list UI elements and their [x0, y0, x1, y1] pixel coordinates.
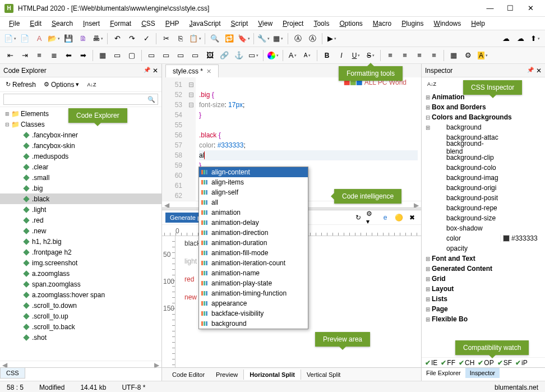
- menu-macro[interactable]: Macro: [368, 18, 396, 29]
- cell-icon[interactable]: ▢: [125, 49, 138, 62]
- inspector-property[interactable]: color#333333: [423, 233, 544, 243]
- tree-item[interactable]: .black: [0, 193, 161, 204]
- inspector-category[interactable]: ⊞Font and Text: [423, 253, 544, 264]
- autocomplete-item[interactable]: backface-visibility: [199, 308, 308, 319]
- hscroll-left-icon[interactable]: ◀: [164, 201, 169, 207]
- tree-item[interactable]: .scroll_to.down: [0, 300, 161, 311]
- span-icon[interactable]: ▭: [159, 49, 173, 62]
- autocomplete-item[interactable]: background: [199, 319, 308, 329]
- inspector-pin-icon[interactable]: 📌: [527, 67, 534, 75]
- tree-item[interactable]: .new: [0, 225, 161, 236]
- outdent-icon[interactable]: ⬅: [62, 49, 75, 62]
- autocomplete-item[interactable]: align-self: [199, 187, 308, 197]
- upload-icon[interactable]: ⬆: [528, 32, 542, 45]
- class-tree[interactable]: ⊞📁Elements⊟📁Classes.fancybox-inner.fancy…: [0, 107, 161, 361]
- menu-tools[interactable]: Tools: [309, 18, 334, 29]
- form-icon[interactable]: ▭: [174, 49, 187, 62]
- autocomplete-item[interactable]: appearance: [199, 298, 308, 308]
- inspector-property[interactable]: background-colo: [423, 163, 544, 173]
- run-icon[interactable]: ▶: [325, 32, 339, 45]
- div-icon[interactable]: ▭: [145, 49, 158, 62]
- copy-icon[interactable]: ⎘: [174, 32, 187, 45]
- inspector-property[interactable]: opacity: [423, 243, 544, 253]
- pv-chrome-icon[interactable]: 🟡: [393, 212, 404, 223]
- tree-item[interactable]: .red: [0, 215, 161, 225]
- indent-icon[interactable]: ➡: [76, 49, 90, 62]
- menu-javascript[interactable]: JavaScript: [185, 18, 225, 29]
- inspector-property[interactable]: ⊞background: [423, 122, 544, 132]
- tree-item[interactable]: .fancybox-inner: [0, 130, 161, 140]
- right-tab-inspector[interactable]: Inspector: [465, 368, 500, 378]
- scroll-right-icon[interactable]: ▶: [154, 361, 159, 367]
- inspector-category[interactable]: ⊞Layout: [423, 284, 544, 294]
- row-icon[interactable]: ▭: [110, 49, 124, 62]
- indent-left-icon[interactable]: ⇤: [3, 49, 17, 62]
- tree-item[interactable]: h1, h2.big: [0, 236, 161, 247]
- list-ul-icon[interactable]: ≡: [33, 49, 46, 62]
- view-tab-vertical-split[interactable]: Vertical Split: [301, 370, 347, 380]
- align-right-icon[interactable]: ≡: [413, 49, 426, 62]
- view-tab-preview[interactable]: Preview: [210, 370, 243, 380]
- open-icon[interactable]: 📂: [47, 32, 61, 45]
- print-icon[interactable]: 🖶: [91, 32, 104, 45]
- inspector-property[interactable]: background-clip: [423, 153, 544, 163]
- inspector-category[interactable]: ⊞Box and Borders: [423, 102, 544, 112]
- save-all-icon[interactable]: 🗎: [76, 32, 90, 45]
- autocomplete-popup[interactable]: align-contentalign-itemsalign-selfallani…: [198, 167, 308, 329]
- autocomplete-item[interactable]: animation-direction: [199, 228, 308, 238]
- right-tab-file-explorer[interactable]: File Explorer: [422, 368, 465, 378]
- tree-item[interactable]: a.zoomglass: [0, 268, 161, 279]
- inspector-close-icon[interactable]: ✕: [536, 67, 542, 75]
- menu-script[interactable]: Script: [227, 18, 253, 29]
- paste-icon[interactable]: 📋: [188, 32, 202, 45]
- options-button[interactable]: ⚙ Options ▾: [41, 80, 81, 90]
- inspector-property[interactable]: background-imag: [423, 173, 544, 183]
- menu-search[interactable]: Search: [47, 18, 77, 29]
- sort-button[interactable]: A↓Z: [85, 81, 98, 89]
- inspector-property[interactable]: box-shadow: [423, 223, 544, 233]
- font-inc-icon[interactable]: A: [286, 49, 299, 62]
- tree-item[interactable]: span.zoomglass: [0, 279, 161, 289]
- tree-item[interactable]: .clear: [0, 162, 161, 172]
- italic-icon[interactable]: I: [335, 49, 348, 62]
- pv-ie-icon[interactable]: e: [380, 212, 391, 223]
- new-file-icon[interactable]: 📄: [3, 32, 17, 45]
- marker2-icon[interactable]: Ⓐ: [306, 32, 319, 45]
- autocomplete-item[interactable]: animation-name: [199, 268, 308, 278]
- inspector-properties[interactable]: ⊞Animation⊞Box and Borders⊟Colors and Ba…: [422, 91, 545, 357]
- underline-icon[interactable]: U: [349, 49, 363, 62]
- menu-php[interactable]: PHP: [161, 18, 184, 29]
- menu-help[interactable]: Help: [467, 18, 489, 29]
- inspector-category[interactable]: ⊞Grid: [423, 274, 544, 284]
- search-input[interactable]: [3, 94, 158, 105]
- grid-icon[interactable]: ▦: [271, 32, 285, 45]
- tree-item[interactable]: .meduspods: [0, 151, 161, 162]
- view-tab-code-editor[interactable]: Code Editor: [167, 370, 210, 380]
- tools-icon[interactable]: 🔧: [257, 32, 270, 45]
- image-icon[interactable]: 🖼: [203, 49, 216, 62]
- indent-right-icon[interactable]: ⇥: [18, 49, 31, 62]
- tree-item[interactable]: .scroll_to.up: [0, 311, 161, 321]
- autocomplete-item[interactable]: animation-fill-mode: [199, 248, 308, 258]
- cloud-down-icon[interactable]: ☁: [514, 32, 527, 45]
- tree-item[interactable]: .big: [0, 183, 161, 193]
- inspector-category[interactable]: ⊞Lists: [423, 294, 544, 304]
- autocomplete-item[interactable]: animation-duration: [199, 238, 308, 248]
- cloud-up-icon[interactable]: ☁: [499, 32, 512, 45]
- menu-css[interactable]: CSS: [137, 18, 160, 29]
- font-dec-icon[interactable]: A: [301, 49, 314, 62]
- replace-icon[interactable]: 🔁: [223, 32, 236, 45]
- inspector-property[interactable]: background-blend: [423, 142, 544, 153]
- find-icon[interactable]: 🔍: [208, 32, 221, 45]
- autocomplete-item[interactable]: align-items: [199, 177, 308, 187]
- align-left-icon[interactable]: ≡: [384, 49, 397, 62]
- pv-close-icon[interactable]: ✖: [407, 212, 418, 223]
- link-icon[interactable]: 🔗: [218, 49, 231, 62]
- new-template-icon[interactable]: A: [33, 32, 46, 45]
- spellcheck-icon[interactable]: ✓: [140, 32, 153, 45]
- inspector-category[interactable]: ⊞Page: [423, 304, 544, 314]
- menu-project[interactable]: Project: [278, 18, 308, 29]
- save-icon[interactable]: 💾: [62, 32, 75, 45]
- minimize-button[interactable]: —: [480, 1, 500, 16]
- inspector-property[interactable]: background-repe: [423, 203, 544, 213]
